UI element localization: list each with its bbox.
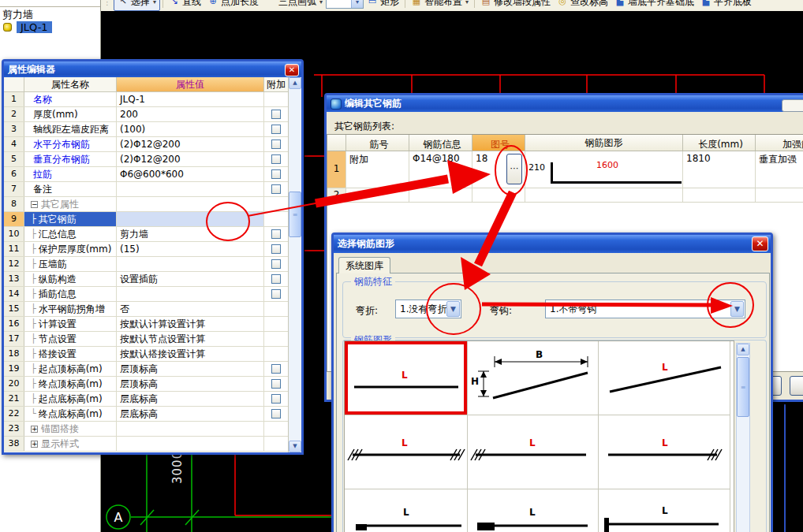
figure-no-cell[interactable]: 18 ⋯: [472, 151, 525, 188]
property-row[interactable]: 2厚度(mm)200: [4, 107, 288, 122]
toolbar-select-button[interactable]: 选择▾: [114, 0, 160, 11]
length-cell[interactable]: [683, 188, 756, 202]
chevron-down-icon[interactable]: ▼: [730, 301, 744, 317]
property-scrollbar[interactable]: ▲ ≡ ▼: [288, 77, 301, 452]
figure-picker-button[interactable]: ⋯: [506, 154, 522, 184]
shape-cell-hatch-right[interactable]: L: [599, 415, 730, 489]
dialog-button-partial[interactable]: [790, 376, 803, 396]
toolbar-combobox[interactable]: ▾: [326, 0, 364, 9]
strengthen-cell[interactable]: 垂直加强: [756, 151, 803, 188]
checkbox[interactable]: [271, 140, 281, 149]
shape-grid-scrollbar[interactable]: ▲ ≡: [736, 343, 750, 532]
checkbox[interactable]: [271, 394, 281, 404]
toolbar-wall-prop-button[interactable]: 修改墙段属性: [477, 0, 554, 10]
select-shape-titlebar[interactable]: 选择钢筋图形 ✕: [334, 235, 771, 253]
strengthen-cell[interactable]: [756, 188, 803, 202]
checkbox[interactable]: [271, 229, 281, 239]
shape-cell-anchor-1[interactable]: L: [345, 489, 468, 532]
shape-dim-horizontal: 1600: [596, 160, 618, 170]
chevron-down-icon: ▾: [319, 0, 323, 6]
bar-no-cell[interactable]: 附加: [346, 151, 409, 188]
checkbox[interactable]: [271, 125, 281, 134]
property-row[interactable]: 12├压墙筋: [4, 257, 288, 272]
rebar-row-2[interactable]: 2: [327, 188, 803, 203]
toolbar-flush-slab-button[interactable]: 平齐底板: [697, 0, 755, 10]
property-row[interactable]: 1名称JLQ-1: [4, 92, 288, 107]
property-row[interactable]: 22└终点底标高(m)层底标高: [4, 407, 288, 422]
checkbox[interactable]: [271, 409, 281, 419]
checkbox[interactable]: [271, 259, 281, 269]
property-row[interactable]: 4水平分布钢筋(2)Φ12@200: [4, 137, 288, 152]
scrollbar-thumb[interactable]: ≡: [737, 357, 749, 417]
checkbox[interactable]: [271, 274, 281, 284]
property-row[interactable]: 18├搭接设置按默认搭接设置计算: [4, 347, 288, 362]
property-row[interactable]: 16├计算设置按默认计算设置计算: [4, 317, 288, 332]
property-row[interactable]: 3轴线距左墙皮距离(100): [4, 122, 288, 137]
property-row[interactable]: 15├水平钢筋拐角增否: [4, 302, 288, 317]
rebar-info-cell[interactable]: [409, 188, 472, 202]
hook-label: 弯钩:: [490, 304, 512, 318]
shape-cell-slope-bh[interactable]: B H: [468, 341, 599, 415]
property-row[interactable]: 19├起点顶标高(m)层顶标高: [4, 362, 288, 377]
property-row[interactable]: 38+显示样式: [4, 437, 288, 452]
shape-cell-hatch-left[interactable]: L: [468, 415, 599, 489]
tree-item-label[interactable]: JLQ-1: [17, 21, 52, 33]
shape-cell-slope[interactable]: L: [599, 341, 730, 415]
property-row[interactable]: 7备注: [4, 182, 288, 197]
bar-no-cell[interactable]: [346, 188, 409, 202]
property-row[interactable]: 21├起点底标高(m)层底标高: [4, 392, 288, 407]
shape-cell-anchor-3[interactable]: L: [599, 489, 730, 532]
scroll-up-arrow[interactable]: ▲: [737, 344, 749, 355]
chevron-down-icon[interactable]: ▼: [446, 301, 460, 317]
scroll-down-arrow[interactable]: ▼: [289, 441, 301, 452]
figure-no-cell[interactable]: [472, 188, 525, 202]
toolbar-line-button[interactable]: 直线: [166, 0, 204, 10]
toolbar-smart-layout-button[interactable]: 智能布置▾: [408, 0, 472, 10]
checkbox[interactable]: [271, 184, 281, 194]
toolbar-flush-foundation-button[interactable]: 墙底平齐基础底: [611, 0, 697, 10]
property-row[interactable]: 14├插筋信息: [4, 287, 288, 302]
property-table-header: 属性名称 属性值 附加: [4, 77, 288, 92]
length-cell[interactable]: 1810: [683, 151, 756, 188]
checkbox[interactable]: [271, 364, 281, 374]
close-icon[interactable]: ✕: [285, 64, 299, 76]
titlebar-button-partial[interactable]: [782, 99, 803, 112]
hook-dropdown[interactable]: 1.不带弯钩▼: [545, 299, 745, 318]
flush-slab-icon: [700, 0, 711, 7]
toolbar-rectangle-button[interactable]: 矩形: [364, 0, 402, 10]
shape-cell-hatch-both[interactable]: L: [345, 415, 468, 489]
checkbox[interactable]: [271, 244, 281, 254]
rebar-row-1[interactable]: 1 附加 Φ14@180 18 ⋯ 210 1600 1810 垂直加强: [327, 151, 803, 188]
property-row[interactable]: 8−其它属性: [4, 197, 288, 212]
close-icon[interactable]: ✕: [752, 236, 768, 251]
property-row[interactable]: 23+锚固搭接: [4, 422, 288, 437]
property-row[interactable]: 5垂直分布钢筋(2)Φ12@200: [4, 152, 288, 167]
property-row[interactable]: 10├汇总信息剪力墙: [4, 227, 288, 242]
scroll-up-arrow[interactable]: ▲: [289, 77, 301, 89]
property-editor-titlebar[interactable]: 属性编辑器 ✕: [4, 61, 301, 78]
rebar-info-cell[interactable]: Φ14@180: [409, 151, 472, 188]
checkbox[interactable]: [271, 379, 281, 389]
tree-item-jlq1[interactable]: JLQ-1: [3, 21, 52, 33]
toolbar-point-length-button[interactable]: 点加长度: [204, 0, 262, 10]
checkbox[interactable]: [271, 289, 281, 299]
property-row-selected[interactable]: 9├其它钢筋: [4, 212, 288, 227]
arc-icon: [265, 0, 276, 7]
checkbox[interactable]: [271, 169, 281, 179]
chevron-down-icon[interactable]: ▾: [351, 0, 363, 8]
checkbox[interactable]: [271, 110, 281, 119]
property-row[interactable]: 6拉筋Φ6@600*600: [4, 167, 288, 182]
bend-dropdown[interactable]: 1.没有弯折▼: [395, 299, 461, 318]
scrollbar-thumb[interactable]: ≡: [289, 192, 301, 237]
property-row[interactable]: 11├保护层厚度(mm)(15): [4, 242, 288, 257]
shape-cell-anchor-2[interactable]: L: [468, 489, 599, 532]
property-row[interactable]: 17├节点设置按默认节点设置计算: [4, 332, 288, 347]
edit-rebar-titlebar[interactable]: 编辑其它钢筋: [327, 95, 803, 112]
toolbar-arc-button[interactable]: 三点画弧▾: [262, 0, 326, 10]
toolbar-elevation-button[interactable]: 查改标高: [554, 0, 611, 10]
checkbox[interactable]: [271, 154, 281, 164]
shape-cell-straight[interactable]: L: [345, 341, 468, 415]
tab-system-library[interactable]: 系统图库: [338, 257, 390, 273]
property-row[interactable]: 13├纵筋构造设置插筋: [4, 272, 288, 287]
property-row[interactable]: 20├终点顶标高(m)层顶标高: [4, 377, 288, 392]
